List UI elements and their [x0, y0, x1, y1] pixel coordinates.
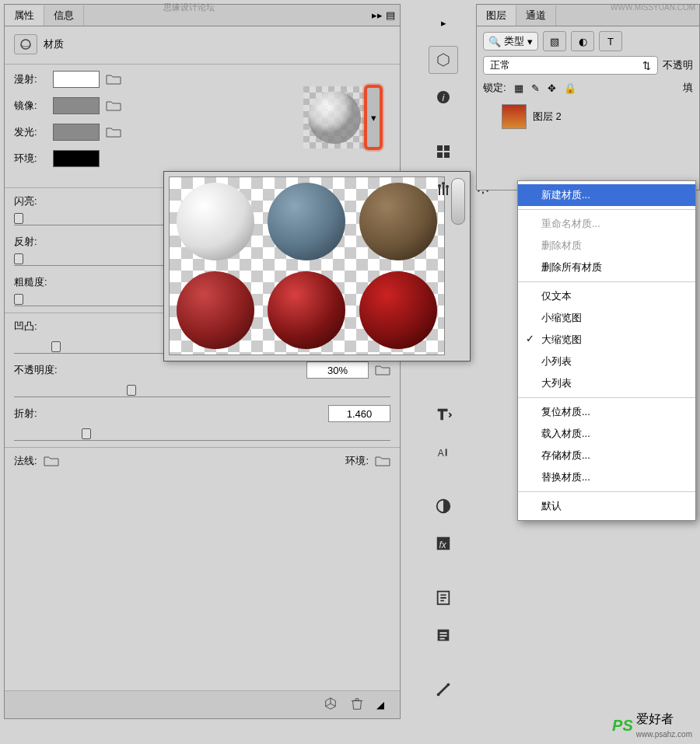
- notes-icon[interactable]: [429, 584, 458, 612]
- resize-grip-icon[interactable]: ◢: [376, 699, 384, 711]
- tools-icon[interactable]: [429, 676, 458, 704]
- svg-point-22: [437, 693, 440, 697]
- specular-label: 镜像:: [14, 99, 47, 113]
- adjustments-icon[interactable]: [429, 492, 458, 520]
- material-white[interactable]: [170, 177, 261, 266]
- lock-transparency-icon[interactable]: ▦: [514, 82, 523, 94]
- material-header: 材质: [5, 26, 400, 62]
- refraction-row: 折射:: [5, 402, 400, 425]
- normal-folder-icon[interactable]: [44, 455, 59, 467]
- cube-icon[interactable]: [324, 697, 338, 713]
- environment-swatch[interactable]: [53, 150, 100, 167]
- watermark-topright: WWW.MISSYUAN.COM: [611, 3, 695, 12]
- panel-menu-icon[interactable]: ▤: [386, 9, 395, 21]
- menu-replace[interactable]: 替换材质...: [518, 466, 695, 488]
- list-icon[interactable]: [429, 621, 458, 649]
- env-folder-icon[interactable]: [375, 455, 390, 467]
- trash-icon[interactable]: [350, 697, 364, 713]
- filter-type-icon[interactable]: T: [599, 31, 622, 51]
- filter-type-select[interactable]: 🔍 类型 ▾: [483, 32, 538, 51]
- diffuse-label: 漫射:: [14, 72, 47, 86]
- blend-mode-value: 正常: [490, 58, 510, 72]
- menu-reset[interactable]: 复位材质...: [518, 401, 695, 423]
- svg-rect-12: [444, 152, 450, 158]
- layer-thumbnail: [502, 104, 527, 129]
- material-blue[interactable]: [261, 177, 353, 266]
- chevron-down-icon: ▾: [371, 112, 376, 124]
- properties-panel: 属性 信息 ▸▸ ▤ 材质 漫射: 镜像: 发光: 环境:: [4, 4, 401, 719]
- menu-small-list[interactable]: 小列表: [518, 351, 695, 372]
- expand-icon[interactable]: ▸: [429, 9, 458, 37]
- tab-channels[interactable]: 通道: [516, 5, 556, 26]
- opacity-input[interactable]: [306, 362, 369, 379]
- material-dropdown-button[interactable]: ▾: [366, 86, 381, 148]
- opacity-row: 不透明度:: [5, 358, 400, 382]
- refraction-label: 折射:: [14, 407, 76, 421]
- refraction-slider[interactable]: [14, 427, 390, 441]
- watermark-url: www.psahz.com: [636, 730, 692, 739]
- watermark-top: 思缘设计论坛: [163, 2, 215, 13]
- collapse-icon[interactable]: ▸▸: [372, 9, 383, 21]
- menu-large-thumb[interactable]: 大缩览图: [518, 329, 695, 351]
- watermark-bottomright: PS 爱好者 www.psahz.com: [612, 711, 692, 739]
- chevron-updown-icon: ⇅: [642, 60, 651, 72]
- glow-label: 发光:: [14, 125, 47, 139]
- svg-point-0: [21, 40, 30, 49]
- menu-new-material[interactable]: 新建材质...: [518, 184, 695, 206]
- paragraph-icon[interactable]: [429, 400, 458, 428]
- normal-label: 法线:: [14, 454, 37, 468]
- lock-all-icon[interactable]: 🔒: [564, 82, 576, 94]
- specular-swatch[interactable]: [53, 97, 100, 114]
- preview-sphere-icon: [303, 86, 366, 148]
- character-icon[interactable]: A: [429, 438, 458, 466]
- filter-adjust-icon[interactable]: ◐: [571, 31, 594, 51]
- menu-rename-material: 重命名材质...: [518, 213, 695, 235]
- cube-tool-icon[interactable]: [429, 46, 458, 74]
- info-icon[interactable]: i: [429, 83, 458, 111]
- menu-delete-material: 删除材质: [518, 235, 695, 257]
- diffuse-swatch[interactable]: [53, 71, 100, 88]
- swatches-icon[interactable]: [429, 138, 458, 166]
- menu-load[interactable]: 载入材质...: [518, 423, 695, 445]
- menu-default[interactable]: 默认: [518, 495, 695, 517]
- filter-type-label: 类型: [504, 34, 524, 48]
- material-grid: [169, 176, 445, 355]
- svg-rect-11: [437, 152, 443, 158]
- tab-layers[interactable]: 图层: [477, 5, 516, 26]
- panel-footer: ◢: [5, 690, 400, 718]
- tab-properties[interactable]: 属性: [5, 5, 44, 26]
- opacity-folder-icon[interactable]: [375, 364, 390, 376]
- glow-swatch[interactable]: [53, 124, 100, 141]
- svg-rect-9: [437, 145, 443, 151]
- blend-mode-select[interactable]: 正常 ⇅: [483, 56, 658, 75]
- vertical-toolbar: ▸ i A fx: [424, 4, 463, 739]
- menu-small-thumb[interactable]: 小缩览图: [518, 307, 695, 329]
- styles-icon[interactable]: fx: [429, 529, 458, 557]
- material-context-menu: 新建材质... 重命名材质... 删除材质 删除所有材质 仅文本 小缩览图 大缩…: [517, 180, 696, 521]
- refraction-input[interactable]: [328, 405, 390, 422]
- lock-move-icon[interactable]: ✥: [548, 82, 556, 94]
- material-icon[interactable]: [14, 34, 37, 54]
- specular-folder-icon[interactable]: [106, 100, 121, 112]
- svg-point-5: [308, 91, 361, 144]
- material-label: 材质: [44, 37, 64, 51]
- opacity-slider[interactable]: [14, 383, 390, 397]
- layer-row[interactable]: 图层 2: [483, 101, 693, 132]
- filter-pixel-icon[interactable]: ▧: [543, 31, 566, 51]
- brushes-icon[interactable]: [429, 175, 458, 203]
- svg-rect-10: [444, 145, 450, 151]
- tab-info[interactable]: 信息: [44, 5, 84, 26]
- menu-save[interactable]: 存储材质...: [518, 445, 695, 466]
- glow-folder-icon[interactable]: [106, 126, 121, 138]
- diffuse-folder-icon[interactable]: [106, 73, 121, 86]
- lock-brush-icon[interactable]: ✎: [531, 82, 540, 94]
- menu-text-only[interactable]: 仅文本: [518, 285, 695, 307]
- menu-delete-all[interactable]: 删除所有材质: [518, 257, 695, 278]
- bottom-row: 法线: 环境:: [5, 449, 400, 473]
- watermark-ps: PS: [612, 717, 633, 735]
- lock-label: 锁定:: [483, 81, 506, 95]
- material-red-stripe[interactable]: [261, 266, 353, 355]
- svg-text:A: A: [438, 448, 444, 459]
- menu-large-list[interactable]: 大列表: [518, 372, 695, 394]
- material-red-pattern[interactable]: [170, 266, 261, 355]
